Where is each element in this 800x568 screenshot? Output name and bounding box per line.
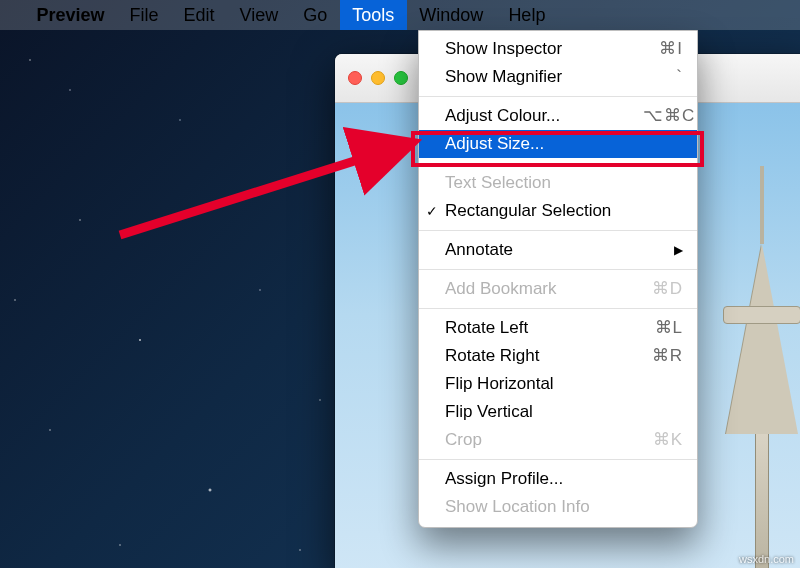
menu-separator (419, 163, 697, 164)
menu-shortcut: ⌘K (643, 426, 697, 454)
menu-item-flip-horizontal[interactable]: Flip Horizontal (419, 370, 697, 398)
menu-item-text-selection: Text Selection (419, 169, 697, 197)
menu-item-assign-profile[interactable]: Assign Profile... (419, 465, 697, 493)
menu-shortcut: ` (643, 63, 697, 91)
menu-item-label: Show Inspector (445, 35, 643, 63)
menu-shortcut: ⌘I (643, 35, 697, 63)
menu-item-label: Rotate Right (445, 342, 643, 370)
menu-shortcut: ⌘D (643, 275, 697, 303)
menubar: Preview File Edit View Go Tools Window H… (0, 0, 800, 30)
tools-menu: Show Inspector⌘IShow Magnifier`Adjust Co… (418, 30, 698, 528)
menu-item-adjust-colour[interactable]: Adjust Colour...⌥⌘C (419, 102, 697, 130)
menu-item-label: Crop (445, 426, 643, 454)
menu-item-label: Show Location Info (445, 493, 643, 521)
menu-item-label: Adjust Size... (445, 130, 643, 158)
menu-item-label: Text Selection (445, 169, 643, 197)
menubar-help[interactable]: Help (496, 0, 558, 30)
menu-item-adjust-size[interactable]: Adjust Size... (419, 130, 697, 158)
menubar-appname[interactable]: Preview (24, 0, 117, 30)
menu-shortcut: ⌘L (643, 314, 697, 342)
menu-item-show-inspector[interactable]: Show Inspector⌘I (419, 35, 697, 63)
menubar-window[interactable]: Window (407, 0, 496, 30)
check-icon: ✓ (419, 197, 445, 225)
menu-separator (419, 459, 697, 460)
menubar-view[interactable]: View (227, 0, 291, 30)
menu-item-label: Annotate (445, 236, 697, 264)
menu-item-label: Flip Horizontal (445, 370, 643, 398)
menu-item-add-bookmark: Add Bookmark⌘D (419, 275, 697, 303)
menu-item-label: Flip Vertical (445, 398, 643, 426)
menubar-tools[interactable]: Tools (340, 0, 407, 30)
menubar-edit[interactable]: Edit (171, 0, 227, 30)
menu-item-label: Rectangular Selection (445, 197, 643, 225)
menu-separator (419, 308, 697, 309)
menu-separator (419, 230, 697, 231)
menu-item-label: Rotate Left (445, 314, 643, 342)
menu-item-label: Assign Profile... (445, 465, 643, 493)
menu-item-show-magnifier[interactable]: Show Magnifier` (419, 63, 697, 91)
menubar-go[interactable]: Go (291, 0, 340, 30)
menu-item-annotate[interactable]: Annotate▶ (419, 236, 697, 264)
menubar-file[interactable]: File (117, 0, 171, 30)
watermark: wsxdn.com (739, 553, 794, 565)
menu-item-label: Add Bookmark (445, 275, 643, 303)
menu-item-show-location-info: Show Location Info (419, 493, 697, 521)
menu-item-rotate-right[interactable]: Rotate Right⌘R (419, 342, 697, 370)
menu-separator (419, 269, 697, 270)
menu-separator (419, 96, 697, 97)
menu-item-label: Show Magnifier (445, 63, 643, 91)
menu-item-crop: Crop⌘K (419, 426, 697, 454)
close-button[interactable] (348, 71, 362, 85)
fullscreen-button[interactable] (394, 71, 408, 85)
menu-shortcut: ⌥⌘C (643, 102, 697, 130)
menu-item-rectangular-selection[interactable]: ✓Rectangular Selection (419, 197, 697, 225)
menu-item-rotate-left[interactable]: Rotate Left⌘L (419, 314, 697, 342)
apple-menu[interactable] (14, 0, 24, 30)
image-content (717, 174, 800, 568)
minimize-button[interactable] (371, 71, 385, 85)
menu-shortcut: ⌘R (643, 342, 697, 370)
window-controls (348, 71, 408, 85)
menu-item-flip-vertical[interactable]: Flip Vertical (419, 398, 697, 426)
submenu-arrow-icon: ▶ (674, 236, 683, 264)
menu-item-label: Adjust Colour... (445, 102, 643, 130)
